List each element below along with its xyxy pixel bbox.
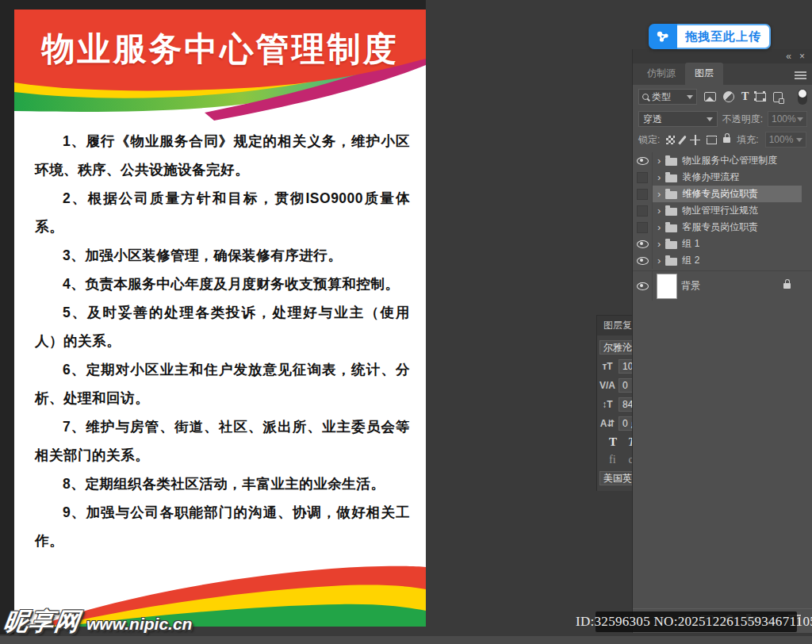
group-expand-icon[interactable]: › (657, 207, 661, 215)
vertical-scale-input[interactable]: 84% (619, 397, 633, 412)
layer-filter-row: 类型 T (633, 85, 812, 109)
blend-mode-value: 穿透 (643, 113, 662, 126)
id-watermark: ID:32596305 NO:20251226155934671105 (596, 611, 797, 632)
fill-value: 100% (769, 134, 794, 145)
layer-row-content[interactable]: ›物业管理行业规范 (653, 202, 802, 219)
group-expand-icon[interactable]: › (657, 190, 661, 198)
tab-layers[interactable]: 图层 (685, 63, 723, 85)
ligatures-button[interactable]: fi (609, 454, 616, 466)
opacity-input[interactable]: 100% (768, 111, 807, 127)
layer-row-content[interactable]: ›组 1 (653, 236, 802, 252)
faux-bold-button[interactable]: T (609, 435, 617, 449)
watermark-brand: 昵享网 (2, 605, 82, 638)
upload-button[interactable]: 拖拽至此上传 (649, 24, 771, 49)
visibility-eye-empty[interactable] (633, 219, 653, 236)
filter-adjustment-layers-icon[interactable] (723, 91, 734, 102)
font-size-input[interactable]: 1072 (619, 359, 633, 374)
upload-label: 拖拽至此上传 (677, 24, 771, 49)
poster-rule: 4、负责本服务中心年度及月度财务收支预算和控制。 (35, 270, 410, 298)
eye-empty-box (637, 172, 648, 183)
vertical-scale-icon: ↕T (599, 399, 615, 410)
layer-row[interactable]: ›维修专员岗位职责 (633, 186, 812, 202)
lock-transparency-icon[interactable] (666, 136, 675, 144)
poster-rule: 3、加强小区装修管理，确保装修有序进行。 (35, 241, 410, 270)
bottom-strip (0, 636, 812, 644)
group-expand-icon[interactable]: › (657, 257, 661, 265)
visibility-eye-icon[interactable] (633, 236, 653, 252)
group-expand-icon[interactable]: › (657, 174, 661, 182)
layer-row-content[interactable]: 背景 (653, 271, 802, 301)
filter-type-select[interactable]: 类型 (638, 89, 697, 105)
lock-label: 锁定: (638, 133, 660, 147)
chevron-down-icon (797, 117, 803, 121)
panel-menu-icon[interactable] (795, 71, 806, 79)
font-family-select[interactable]: 尔雅沦漫 (599, 340, 633, 355)
layer-name: 组 1 (682, 237, 699, 251)
layer-row-content[interactable]: ›维修专员岗位职责 (653, 186, 802, 202)
folder-icon (665, 208, 677, 216)
layer-row[interactable]: ›组 1 (633, 236, 812, 252)
canvas-matte-top (0, 0, 426, 10)
visibility-eye-icon[interactable] (633, 152, 653, 169)
filter-type-layers-icon[interactable]: T (741, 91, 749, 102)
collapse-panel-icon[interactable]: « (786, 49, 791, 63)
kerning-input[interactable]: 0 (619, 378, 633, 393)
poster-body: 1、履行《物业服务合同》规定的相关义务，维护小区环境、秩序、公共设施设备完好。2… (35, 127, 410, 584)
layer-name: 装修办理流程 (682, 171, 739, 184)
netdisk-icon (649, 24, 677, 49)
baseline-shift-input[interactable]: 0 点 (619, 416, 633, 431)
filter-pixel-layers-icon[interactable] (704, 92, 716, 102)
layer-name: 组 2 (682, 254, 699, 267)
layer-row-content[interactable]: ›客服专员岗位职责 (653, 219, 802, 236)
group-expand-icon[interactable]: › (657, 157, 661, 165)
filter-shape-layers-icon[interactable] (756, 93, 766, 102)
layer-row-content[interactable]: ›装修办理流程 (653, 169, 802, 186)
tab-layer-comps[interactable]: 图层复合 (597, 319, 633, 332)
visibility-eye-empty[interactable] (633, 169, 653, 186)
close-panel-icon[interactable]: × (799, 49, 805, 63)
layer-row[interactable]: ›客服专员岗位职责 (633, 219, 812, 236)
folder-icon (665, 158, 677, 166)
kerning-icon: V/A (599, 380, 615, 391)
filter-toggle[interactable] (798, 89, 807, 105)
lock-pixels-icon[interactable] (679, 135, 688, 144)
layer-row[interactable]: 背景 (633, 270, 812, 301)
character-panel-body: 尔雅沦漫 ᴛT 1072 V/A 0 ↕T 84% A⇵ 0 点 T T (597, 335, 633, 485)
filter-smart-objects-icon[interactable] (773, 92, 783, 102)
layer-lock-icon (783, 283, 791, 289)
language-select[interactable]: 美国英语 (599, 471, 633, 485)
layer-name: 维修专员岗位职责 (682, 187, 758, 201)
eye-icon (637, 282, 649, 290)
layer-row[interactable]: ›组 2 (633, 252, 812, 269)
font-size-icon: ᴛT (599, 361, 615, 372)
group-expand-icon[interactable]: › (657, 240, 661, 248)
panel-titlebar: « × (633, 49, 812, 63)
layer-row-content[interactable]: ›组 2 (653, 252, 802, 269)
lock-all-icon[interactable] (723, 137, 730, 143)
visibility-eye-icon[interactable] (633, 252, 653, 269)
eye-empty-box (637, 189, 648, 200)
lock-position-icon[interactable] (690, 135, 700, 145)
visibility-eye-empty[interactable] (633, 186, 653, 202)
group-expand-icon[interactable]: › (657, 224, 661, 232)
folder-icon (665, 191, 677, 199)
fill-input[interactable]: 100% (765, 132, 806, 148)
poster-document: 物业服务中心管理制度 1、履行《物业服务合同》规定的相关义务，维护小区环境、秩序… (14, 10, 426, 627)
poster-rule: 6、定期对小区业主和住户发放意见征询表，统计、分析、处理和回访。 (35, 355, 410, 412)
photoshop-workspace: 物业服务中心管理制度 1、履行《物业服务合同》规定的相关义务，维护小区环境、秩序… (0, 0, 812, 644)
layer-row[interactable]: ›装修办理流程 (633, 169, 812, 186)
lock-artboard-icon[interactable] (707, 136, 717, 144)
tab-clone-source[interactable]: 仿制源 (638, 63, 685, 85)
layer-thumbnail[interactable] (657, 274, 676, 298)
visibility-eye-icon[interactable] (633, 271, 653, 301)
layer-row-content[interactable]: ›物业服务中心管理制度 (653, 152, 802, 169)
blend-mode-select[interactable]: 穿透 (638, 111, 718, 127)
layer-row[interactable]: ›物业服务中心管理制度 (633, 152, 812, 169)
layer-row[interactable]: ›物业管理行业规范 (633, 202, 812, 219)
watermark-url: www.nipic.cn (86, 615, 192, 633)
visibility-eye-empty[interactable] (633, 202, 653, 219)
chevron-down-icon (687, 95, 693, 99)
canvas-matte-left (0, 0, 14, 634)
opacity-label: 不透明度: (722, 113, 763, 126)
eye-icon (637, 257, 649, 265)
